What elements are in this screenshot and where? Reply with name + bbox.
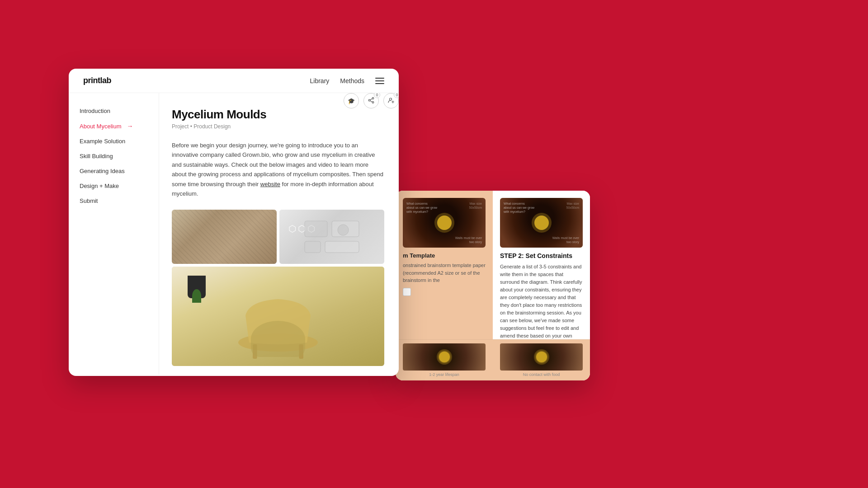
share-button[interactable]: 0	[363, 93, 379, 108]
graduation-cap-button[interactable]: 🎓	[344, 93, 359, 108]
image-chair	[172, 267, 384, 366]
bottom-right-label: No contact with food	[500, 372, 583, 377]
step2-title: STEP 2: Set Constraints	[500, 252, 583, 259]
page-meta: Project • Product Design	[172, 123, 384, 130]
sidebar-item-example-solution[interactable]: Example Solution	[80, 138, 148, 145]
svg-point-2	[372, 101, 374, 103]
website-link[interactable]: website	[260, 181, 280, 188]
hamburger-menu-icon[interactable]	[375, 78, 384, 84]
secondary-right-image: What concernsabout us can we growwith my…	[500, 198, 583, 248]
svg-line-3	[370, 99, 373, 100]
sidebar-item-generating-ideas[interactable]: Generating Ideas	[80, 168, 148, 174]
main-browser-window: printlab Library Methods Introduction Ab…	[69, 69, 399, 376]
nav-methods[interactable]: Methods	[340, 77, 364, 84]
secondary-content-grid: What concernsabout us can we growwith my…	[396, 191, 590, 380]
logo[interactable]: printlab	[83, 76, 111, 85]
page-title: Mycelium Moulds	[172, 108, 384, 122]
intro-paragraph: Before we begin your design journey, we'…	[172, 141, 384, 199]
sidebar-item-about-mycelium[interactable]: About Mycelium	[80, 122, 148, 130]
step2-text: Generate a list of 3-5 constraints and w…	[500, 263, 583, 339]
page-header: Mycelium Moulds Project • Product Design	[172, 108, 384, 130]
svg-rect-14	[253, 344, 257, 359]
svg-line-4	[370, 100, 373, 102]
secondary-bottom-left: 1-2 year lifespan	[396, 339, 493, 380]
main-content-area: Mycelium Moulds Project • Product Design…	[159, 93, 399, 375]
navigation: printlab Library Methods	[69, 69, 399, 93]
svg-rect-11	[325, 241, 359, 253]
secondary-bottom-right: No contact with food	[493, 339, 590, 380]
sidebar: Introduction About Mycelium Example Solu…	[69, 93, 159, 375]
sidebar-item-skill-building[interactable]: Skill Building	[80, 153, 148, 160]
image-mycelium-wall	[172, 210, 277, 264]
images-grid-top	[172, 210, 384, 264]
bottom-left-label: 1-2 year lifespan	[403, 372, 486, 377]
share-badge: 0	[374, 93, 380, 98]
secondary-left-title: m Template	[403, 252, 486, 259]
person-add-button[interactable]: 0	[383, 93, 399, 108]
nav-links: Library Methods	[310, 77, 385, 84]
bottom-right-image	[500, 343, 583, 371]
sidebar-item-introduction[interactable]: Introduction	[80, 108, 148, 114]
svg-point-12	[338, 225, 349, 235]
nav-library[interactable]: Library	[310, 77, 330, 84]
svg-rect-10	[305, 241, 321, 253]
person-add-icon	[388, 97, 394, 105]
secondary-left-image: What concernsabout us can we growwith my…	[403, 198, 486, 248]
page-content: Introduction About Mycelium Example Solu…	[69, 93, 399, 375]
sidebar-item-design-make[interactable]: Design + Make	[80, 183, 148, 189]
svg-point-0	[372, 97, 374, 99]
step2-checkbox[interactable]	[403, 288, 411, 296]
secondary-right-card: What concernsabout us can we growwith my…	[493, 191, 590, 339]
secondary-left-card: What concernsabout us can we growwith my…	[396, 191, 493, 339]
person-add-badge: 0	[394, 93, 399, 98]
image-molds	[279, 210, 384, 264]
svg-rect-15	[299, 344, 303, 359]
action-buttons: 🎓 0	[344, 93, 399, 108]
share-icon	[368, 97, 374, 105]
secondary-left-text: onstrained brainstorm template paper (re…	[403, 262, 486, 284]
svg-point-1	[368, 99, 370, 101]
svg-rect-8	[305, 221, 327, 237]
secondary-browser-window: What concernsabout us can we growwith my…	[396, 191, 590, 380]
svg-point-5	[390, 98, 392, 100]
sidebar-item-submit[interactable]: Submit	[80, 197, 148, 204]
bottom-left-image	[403, 343, 486, 371]
graduation-cap-icon: 🎓	[348, 98, 355, 104]
